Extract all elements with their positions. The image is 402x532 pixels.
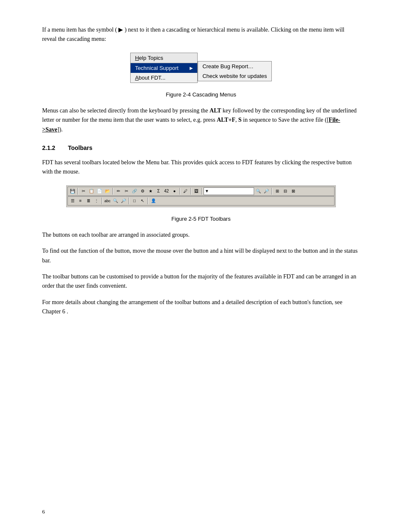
s-bold: S — [238, 117, 241, 123]
tb-image-btn[interactable]: 🖼 — [193, 187, 200, 195]
menu-diagram: Help Topics Technical Support ▶ About FD… — [130, 53, 271, 83]
submenu-box: Create Bug Report… Check website for upd… — [198, 61, 271, 81]
toolbar-row-1: 💾 ✂ 📋 📄 📂 ✏ ✂ 🔗 ⚙ ★ Σ 42 ● 🖊 🖼 — [67, 187, 335, 196]
tb-link-btn[interactable]: 🔗 — [131, 187, 138, 195]
file-save-link: File->Save — [42, 117, 340, 132]
tb-person-btn[interactable]: 👤 — [150, 197, 157, 205]
tb-cursor-btn[interactable]: ↖ — [139, 197, 146, 205]
tb-sep-1 — [78, 188, 78, 195]
tb-searchplus-btn[interactable]: 🔎 — [120, 197, 127, 205]
tb-list3-btn[interactable]: ≣ — [85, 197, 92, 205]
menu-item-technical-support[interactable]: Technical Support ▶ — [131, 63, 197, 73]
submenu-item-check-website[interactable]: Check website for updates — [198, 71, 271, 81]
tb-sigma-btn[interactable]: Σ — [155, 187, 162, 195]
tb-save-btn[interactable]: 💾 — [69, 187, 76, 195]
tb-grid3-btn[interactable]: ⊠ — [289, 187, 297, 195]
tb-sep-3 — [180, 188, 180, 195]
keyboard-selection-paragraph: Menus can also be selected directly from… — [42, 106, 360, 134]
menu-item-about-fdt[interactable]: About FDT... — [131, 73, 197, 83]
tb-open-btn[interactable]: 📂 — [104, 187, 111, 195]
tb-sep-5 — [201, 188, 202, 195]
tb-zoom-btn[interactable]: 🔍 — [255, 187, 262, 195]
toolbar-row-2: ☰ ≡ ≣ ⋮ abc 🔍 🔎 □ ↖ 👤 — [67, 196, 335, 206]
tb-tool1-btn[interactable]: ⚙ — [139, 187, 146, 195]
tb-list2-btn[interactable]: ≡ — [77, 197, 84, 205]
toolbar-container: 💾 ✂ 📋 📄 📂 ✏ ✂ 🔗 ⚙ ★ Σ 42 ● 🖊 🖼 — [66, 185, 336, 207]
toolbar-chapter-paragraph: For more details about changing the arra… — [42, 298, 360, 317]
altf-bold: ALT+F — [217, 117, 235, 123]
menu-underline-h: H — [135, 55, 139, 61]
figure-4-caption: Figure 2-4 Cascading Menus — [42, 91, 360, 98]
tb-sep-7 — [102, 198, 102, 204]
tb-dropdown-1[interactable]: ▼ — [204, 187, 254, 195]
tb-num-btn[interactable]: 42 — [163, 187, 170, 195]
menu-diagram-wrapper: Help Topics Technical Support ▶ About FD… — [42, 53, 360, 83]
toolbars-intro-paragraph: FDT has several toolbars located below t… — [42, 158, 360, 177]
tb-sep-8 — [129, 198, 129, 204]
tb-sep-9 — [147, 198, 148, 204]
submenu-item-create-bug[interactable]: Create Bug Report… — [198, 61, 271, 71]
tb-edit-btn[interactable]: ✏ — [115, 187, 122, 195]
tb-sep-2 — [113, 188, 113, 195]
intro-paragraph: If a menu item has the symbol ( ▶ ) next… — [42, 25, 360, 44]
alt-key-bold: ALT — [209, 107, 221, 114]
tb-sep-6 — [271, 188, 272, 195]
toolbar-arranged-paragraph: The buttons on each toolbar are arranged… — [42, 230, 360, 240]
tb-zoomout-btn[interactable]: 🔎 — [263, 187, 270, 195]
tb-square-btn[interactable]: □ — [131, 197, 138, 205]
section-title-toolbars: Toolbars — [68, 144, 92, 151]
main-menu-box: Help Topics Technical Support ▶ About FD… — [130, 53, 198, 83]
section-heading-toolbars: 2.1.2 Toolbars — [42, 144, 360, 151]
tb-list1-btn[interactable]: ☰ — [69, 197, 76, 205]
tb-grid1-btn[interactable]: ⊞ — [273, 187, 281, 195]
tb-star-btn[interactable]: ★ — [147, 187, 154, 195]
submenu-arrow-icon: ▶ — [190, 66, 193, 70]
tb-bullet-btn[interactable]: ● — [171, 187, 178, 195]
tb-pencil-btn[interactable]: 🖊 — [182, 187, 189, 195]
figure-5-caption: Figure 2-5 FDT Toolbars — [42, 216, 360, 222]
section-number: 2.1.2 — [42, 144, 55, 151]
tb-copy-btn[interactable]: 📋 — [88, 187, 95, 195]
toolbar-image-wrapper: 💾 ✂ 📋 📄 📂 ✏ ✂ 🔗 ⚙ ★ Σ 42 ● 🖊 🖼 — [42, 185, 360, 207]
tb-grid2-btn[interactable]: ⊟ — [281, 187, 289, 195]
tb-paste-btn[interactable]: 📄 — [96, 187, 103, 195]
tb-cut-btn[interactable]: ✂ — [80, 187, 87, 195]
menu-item-help-topics: Help Topics — [131, 53, 197, 63]
tb-search-btn[interactable]: 🔍 — [112, 197, 119, 205]
toolbar-customise-paragraph: The toolbar buttons can be customised to… — [42, 272, 360, 291]
tb-abc-btn[interactable]: abc — [104, 197, 111, 205]
page-number: 6 — [42, 508, 45, 515]
tb-list4-btn[interactable]: ⋮ — [93, 197, 100, 205]
tb-sep-4 — [190, 188, 191, 195]
toolbar-hint-paragraph: To find out the function of the button, … — [42, 246, 360, 265]
tb-scissors-btn[interactable]: ✂ — [123, 187, 130, 195]
